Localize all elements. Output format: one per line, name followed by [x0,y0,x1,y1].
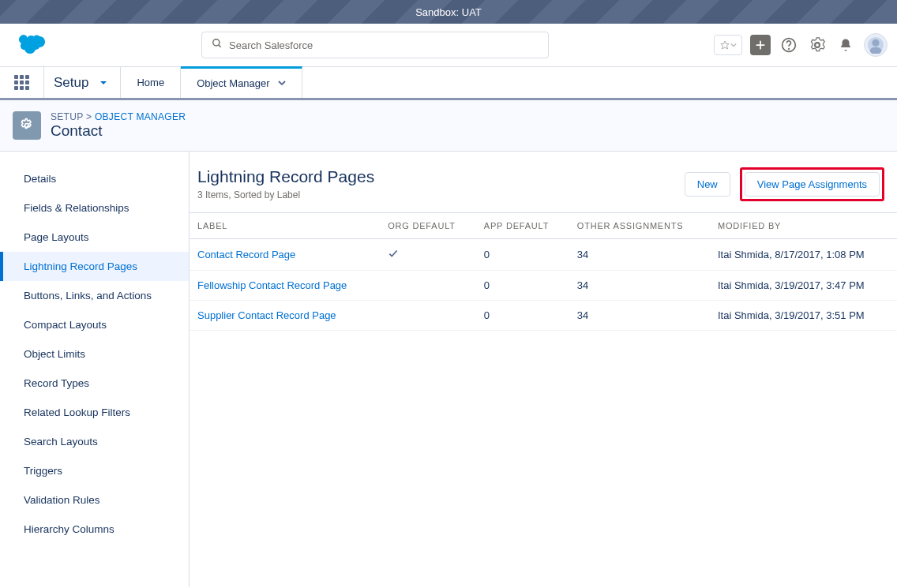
nav-tab-object-manager[interactable]: Object Manager [181,66,302,98]
app-name[interactable]: Setup [44,67,121,98]
main-actions: New View Page Assignments [685,167,884,201]
help-button[interactable] [779,35,799,55]
sandbox-label: Sandbox: UAT [415,6,482,18]
sidebar-item-search-layouts[interactable]: Search Layouts [0,427,189,456]
cell-modified: Itai Shmida, 3/19/2017, 3:47 PM [710,271,897,301]
cell-other: 34 [569,239,710,271]
chevron-down-icon [278,77,286,89]
question-icon [781,37,797,53]
header-utilities [714,33,888,57]
main-title-block: Lightning Record Pages 3 Items, Sorted b… [197,167,374,200]
col-app-default[interactable]: APP DEFAULT [476,213,569,239]
cell-org-default [380,301,476,331]
sidebar-item-label: Details [24,173,56,185]
sidebar-item-label: Buttons, Links, and Actions [24,290,152,301]
object-title: Contact [51,122,186,140]
app-launcher-button[interactable] [0,67,44,98]
nav-tab-home[interactable]: Home [121,67,181,98]
sidebar-item-label: Triggers [24,465,62,477]
sidebar-item-record-types[interactable]: Record Types [0,369,189,398]
notifications-button[interactable] [835,35,856,55]
setup-entity-icon [13,111,41,140]
col-modified-by[interactable]: MODIFIED BY [710,213,897,239]
sidebar-item-label: Validation Rules [24,494,100,506]
sidebar-item-fields[interactable]: Fields & Relationships [0,193,189,223]
sidebar-item-label: Hierarchy Columns [24,523,114,535]
sidebar-item-related-lookup-filters[interactable]: Related Lookup Filters [0,398,189,427]
breadcrumb-link[interactable]: OBJECT MANAGER [95,111,186,122]
record-page-link[interactable]: Fellowship Contact Record Page [197,279,347,291]
record-page-link[interactable]: Supplier Contact Record Page [197,309,336,321]
sidebar-item-buttons-links-actions[interactable]: Buttons, Links, and Actions [0,281,189,310]
highlight-annotation: View Page Assignments [740,167,884,201]
record-page-link[interactable]: Contact Record Page [197,249,295,260]
sidebar-item-object-limits[interactable]: Object Limits [0,339,189,369]
sidebar-item-label: Object Limits [24,348,85,360]
sidebar-item-label: Record Types [24,377,89,389]
new-button[interactable]: New [685,172,730,197]
nav-tab-label: Home [137,77,164,88]
record-pages-table: LABEL ORG DEFAULT APP DEFAULT OTHER ASSI… [190,212,897,331]
favorites-button[interactable] [714,35,742,55]
salesforce-logo[interactable] [13,33,47,57]
global-search[interactable] [201,32,549,58]
cell-app-default: 0 [476,239,569,271]
main-panel: Lightning Record Pages 3 Items, Sorted b… [190,152,897,587]
search-input[interactable] [229,39,539,51]
sidebar-item-validation-rules[interactable]: Validation Rules [0,485,189,515]
plus-icon [755,39,766,51]
sidebar-item-label: Page Layouts [24,231,89,243]
sidebar-item-compact-layouts[interactable]: Compact Layouts [0,310,189,339]
cell-app-default: 0 [476,301,569,331]
sidebar-item-label: Compact Layouts [24,319,107,331]
bell-icon [839,38,853,52]
svg-point-5 [816,43,820,47]
sidebar-item-triggers[interactable]: Triggers [0,456,189,485]
cell-app-default: 0 [476,271,569,301]
cell-modified: Itai Shmida, 3/19/2017, 3:51 PM [710,301,897,331]
col-org-default[interactable]: ORG DEFAULT [380,213,476,239]
col-other-assignments[interactable]: OTHER ASSIGNMENTS [569,213,710,239]
sidebar-item-label: Search Layouts [24,436,98,448]
table-row: Contact Record Page 0 34 Itai Shmida, 8/… [190,239,897,271]
cell-org-default [380,271,476,301]
cell-other: 34 [569,271,710,301]
cell-modified: Itai Shmida, 8/17/2017, 1:08 PM [710,239,897,271]
main-header: Lightning Record Pages 3 Items, Sorted b… [190,167,897,212]
global-header [0,24,897,67]
main-title: Lightning Record Pages [197,167,374,186]
app-nav-bar: Setup Home Object Manager [0,67,897,100]
sidebar-item-details[interactable]: Details [0,164,189,193]
caret-down-icon [99,75,107,91]
astro-icon [867,36,884,54]
object-page-header: SETUP > OBJECT MANAGER Contact [0,100,897,152]
svg-marker-2 [721,41,729,49]
col-label[interactable]: LABEL [190,213,380,239]
gear-icon [19,118,35,133]
gear-icon [809,37,825,53]
sidebar-item-hierarchy-columns[interactable]: Hierarchy Columns [0,515,189,544]
search-icon [212,38,223,52]
sidebar-item-page-layouts[interactable]: Page Layouts [0,223,189,252]
app-name-label: Setup [54,75,88,91]
setup-gear-button[interactable] [807,35,828,55]
object-sidebar: Details Fields & Relationships Page Layo… [0,152,190,587]
sidebar-item-label: Related Lookup Filters [24,406,130,418]
svg-point-0 [213,39,220,46]
sidebar-item-lightning-record-pages[interactable]: Lightning Record Pages [0,252,189,281]
svg-point-4 [789,49,790,50]
breadcrumb-block: SETUP > OBJECT MANAGER Contact [51,111,186,140]
table-row: Supplier Contact Record Page 0 34 Itai S… [190,301,897,331]
check-icon [388,249,399,261]
content-area: Details Fields & Relationships Page Layo… [0,152,897,587]
table-row: Fellowship Contact Record Page 0 34 Itai… [190,271,897,301]
cell-other: 34 [569,301,710,331]
breadcrumb: SETUP > OBJECT MANAGER [51,111,186,122]
view-page-assignments-button[interactable]: View Page Assignments [745,172,880,197]
global-actions-button[interactable] [750,35,771,55]
svg-point-7 [872,39,879,47]
user-avatar[interactable] [864,33,888,57]
sandbox-banner: Sandbox: UAT [0,0,897,24]
sidebar-item-label: Lightning Record Pages [24,260,137,272]
breadcrumb-prefix: SETUP [51,111,83,122]
